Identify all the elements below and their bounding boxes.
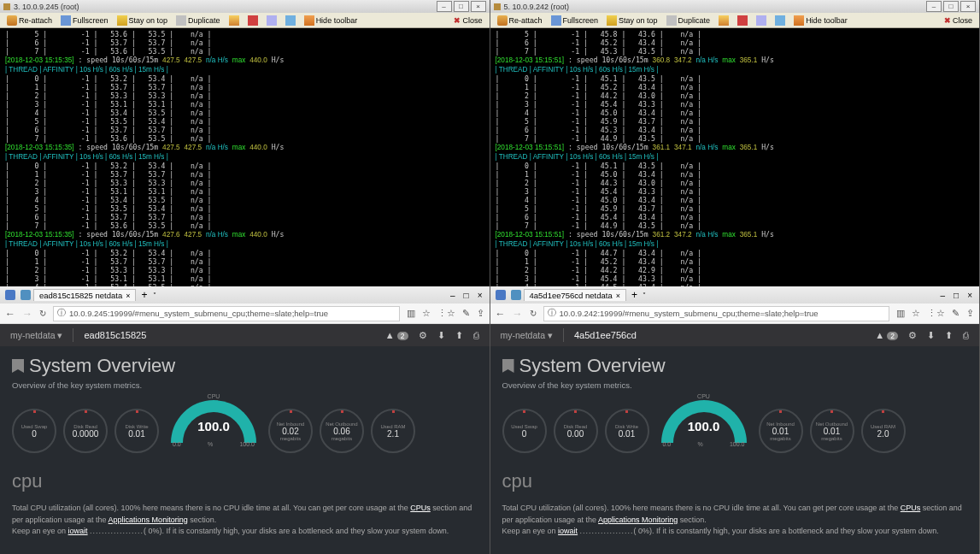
tab-close-icon[interactable]: × <box>616 292 620 300</box>
mini-gauge[interactable]: Disk Write0.01 <box>605 409 649 453</box>
share-icon[interactable]: ⇪ <box>966 308 974 319</box>
download-icon[interactable]: ⬇ <box>437 330 445 341</box>
browser-tab[interactable]: ead815c15825 netdata× <box>33 289 136 301</box>
mini-gauge[interactable]: Net Inbound0.02megabits <box>268 409 313 453</box>
terminal-output[interactable]: | 5 | -1 | 53.6 | 53.5 | n/a | | 6 | -1 … <box>0 28 490 286</box>
notes-icon[interactable]: ✎ <box>462 308 470 319</box>
share-icon[interactable]: ⇪ <box>477 308 484 319</box>
browser-minimize-button[interactable]: – <box>450 291 455 300</box>
maximize-button[interactable]: □ <box>943 1 959 12</box>
favorites-list-icon[interactable]: ⋮☆ <box>927 308 945 319</box>
term-titlebar[interactable]: 3. 10.0.9.245 (root) – □ × <box>0 0 490 13</box>
settings-icon[interactable]: ⚙ <box>908 330 917 341</box>
duplicate-button[interactable]: Duplicate <box>663 14 714 27</box>
browser-maximize-button[interactable]: □ <box>464 291 469 300</box>
minimize-button[interactable]: – <box>926 1 942 12</box>
apps-monitoring-link[interactable]: Applications Monitoring <box>598 516 678 524</box>
browser-tab[interactable]: 4a5d1ee756cd netdata× <box>524 289 626 301</box>
iowait-link[interactable]: iowait <box>558 527 578 535</box>
stayontop-button[interactable]: Stay on top <box>603 14 661 27</box>
term-titlebar[interactable]: 5. 10.0.9.242 (root) – □ × <box>490 0 980 13</box>
stayontop-button[interactable]: Stay on top <box>114 14 172 27</box>
back-button[interactable]: ← <box>5 308 15 320</box>
tools-icon <box>285 15 296 26</box>
url-input[interactable]: ⓘ10.0.9.242:19999/#menu_system_submenu_c… <box>543 306 890 321</box>
tool-clear-button[interactable] <box>244 14 261 27</box>
minimize-button[interactable]: – <box>437 1 452 12</box>
download-icon[interactable]: ⬇ <box>927 330 935 341</box>
hide-toolbar-button[interactable]: Hide toolbar <box>301 14 361 27</box>
reader-icon[interactable]: ▥ <box>896 308 905 319</box>
tool-pencil-button[interactable] <box>226 14 243 27</box>
tab-overflow-icon[interactable]: ˅ <box>643 292 646 299</box>
cpu-gauge[interactable]: CPU100.00.0%100.0 <box>656 400 752 462</box>
browser-close-button[interactable]: × <box>967 291 972 300</box>
terminal-output[interactable]: | 5 | -1 | 45.8 | 43.6 | n/a | | 6 | -1 … <box>490 28 980 286</box>
fullscreen-button[interactable]: Fullscreen <box>548 14 602 27</box>
close-session-button[interactable]: ✖Close <box>941 14 976 27</box>
reattach-button[interactable]: Re-attach <box>494 14 546 27</box>
hide-toolbar-button[interactable]: Hide toolbar <box>790 14 851 27</box>
new-tab-icon[interactable] <box>21 290 31 300</box>
mini-gauge[interactable]: Net Outbound0.01megabits <box>810 409 854 453</box>
my-netdata-menu[interactable]: my-netdata ▾ <box>10 330 62 340</box>
mini-gauge[interactable]: Net Outbound0.06megabits <box>320 409 364 453</box>
tool-session-button[interactable] <box>772 14 789 27</box>
browser-close-button[interactable]: × <box>478 291 483 300</box>
close-button[interactable]: × <box>471 1 486 12</box>
settings-icon[interactable]: ⚙ <box>419 330 427 341</box>
iowait-link[interactable]: iowait <box>68 527 88 535</box>
forward-button[interactable]: → <box>513 308 523 320</box>
favorites-list-icon[interactable]: ⋮☆ <box>437 308 455 319</box>
duplicate-button[interactable]: Duplicate <box>173 14 224 27</box>
notes-icon[interactable]: ✎ <box>952 308 959 319</box>
browser-minimize-button[interactable]: – <box>941 291 946 300</box>
back-button[interactable]: ← <box>496 308 506 320</box>
tab-close-icon[interactable]: × <box>126 292 130 300</box>
mini-gauge[interactable]: Net Inbound0.01megabits <box>759 409 803 453</box>
apps-monitoring-link[interactable]: Applications Monitoring <box>109 516 188 524</box>
alerts-button[interactable]: ▲ 2 <box>385 330 408 340</box>
mini-gauge[interactable]: Disk Read0.0000 <box>63 409 108 453</box>
tool-session-button[interactable] <box>282 14 299 27</box>
mini-gauge[interactable]: Used Swap0 <box>502 409 547 453</box>
new-tab-button[interactable]: + <box>626 289 643 301</box>
refresh-button[interactable]: ↻ <box>530 309 537 318</box>
favorite-icon[interactable]: ☆ <box>422 308 431 319</box>
close-button[interactable]: × <box>960 1 976 12</box>
url-input[interactable]: ⓘ10.0.9.245:19999/#menu_system_submenu_c… <box>53 306 400 321</box>
tool-grid-button[interactable] <box>263 14 280 27</box>
mini-gauge[interactable]: Disk Read0.00 <box>554 409 598 453</box>
reattach-button[interactable]: Re-attach <box>3 14 56 27</box>
close-session-button[interactable]: ✖Close <box>450 14 485 27</box>
mini-gauge[interactable]: Used RAM2.0 <box>861 409 906 453</box>
cpus-link[interactable]: CPUs <box>901 504 921 512</box>
cpus-link[interactable]: CPUs <box>410 504 431 512</box>
fullscreen-button[interactable]: Fullscreen <box>57 14 112 27</box>
netdata-content[interactable]: System Overview Overview of the key syst… <box>0 346 490 554</box>
print-icon[interactable]: ⎙ <box>963 330 969 340</box>
maximize-button[interactable]: □ <box>454 1 469 12</box>
print-icon[interactable]: ⎙ <box>473 330 479 340</box>
alerts-button[interactable]: ▲ 2 <box>875 330 898 340</box>
cpu-gauge[interactable]: CPU100.00.0%100.0 <box>166 400 261 462</box>
browser-maximize-button[interactable]: □ <box>954 291 959 300</box>
mini-gauge[interactable]: Used RAM2.1 <box>371 409 415 453</box>
favorite-icon[interactable]: ☆ <box>912 308 920 319</box>
my-netdata-menu[interactable]: my-netdata ▾ <box>501 330 553 340</box>
tool-pencil-button[interactable] <box>715 14 732 27</box>
info-icon: ⓘ <box>57 308 66 319</box>
mini-gauge[interactable]: Disk Write0.01 <box>114 409 159 453</box>
upload-icon[interactable]: ⬆ <box>945 330 953 341</box>
tool-grid-button[interactable] <box>753 14 770 27</box>
reader-icon[interactable]: ▥ <box>407 308 415 319</box>
forward-button[interactable]: → <box>22 308 32 320</box>
netdata-content[interactable]: System Overview Overview of the key syst… <box>490 346 980 554</box>
tab-overflow-icon[interactable]: ˅ <box>153 292 156 299</box>
new-tab-button[interactable]: + <box>136 289 152 301</box>
mini-gauge[interactable]: Used Swap0 <box>12 409 56 453</box>
refresh-button[interactable]: ↻ <box>39 309 46 318</box>
tool-clear-button[interactable] <box>734 14 751 27</box>
upload-icon[interactable]: ⬆ <box>455 330 463 341</box>
new-tab-icon[interactable] <box>511 290 521 300</box>
